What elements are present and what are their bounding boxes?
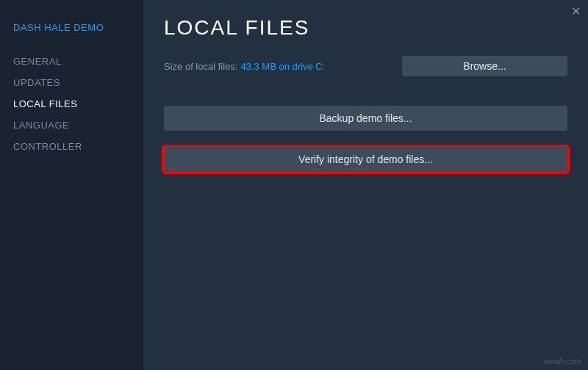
size-info-row: Size of local files: 43.3 MB on drive C:… [164, 56, 567, 76]
sidebar-item-local-files[interactable]: LOCAL FILES [13, 93, 143, 115]
watermark: wsxdn.com [544, 358, 581, 366]
sidebar: DASH HALE DEMO GENERAL UPDATES LOCAL FIL… [0, 0, 143, 370]
sidebar-item-language[interactable]: LANGUAGE [13, 115, 143, 136]
main-panel: LOCAL FILES Size of local files: 43.3 MB… [143, 0, 588, 370]
verify-integrity-button[interactable]: Verify integrity of demo files... [164, 147, 567, 172]
page-title: LOCAL FILES [164, 16, 567, 40]
size-value: 43.3 MB on drive C: [240, 61, 325, 72]
sidebar-item-updates[interactable]: UPDATES [13, 72, 143, 93]
game-title: DASH HALE DEMO [13, 22, 143, 33]
sidebar-item-general[interactable]: GENERAL [13, 51, 143, 72]
close-icon[interactable]: ✕ [571, 4, 581, 18]
size-label: Size of local files: [164, 61, 237, 72]
browse-button[interactable]: Browse... [402, 56, 567, 76]
sidebar-item-controller[interactable]: CONTROLLER [13, 136, 143, 157]
backup-button[interactable]: Backup demo files... [164, 106, 567, 131]
